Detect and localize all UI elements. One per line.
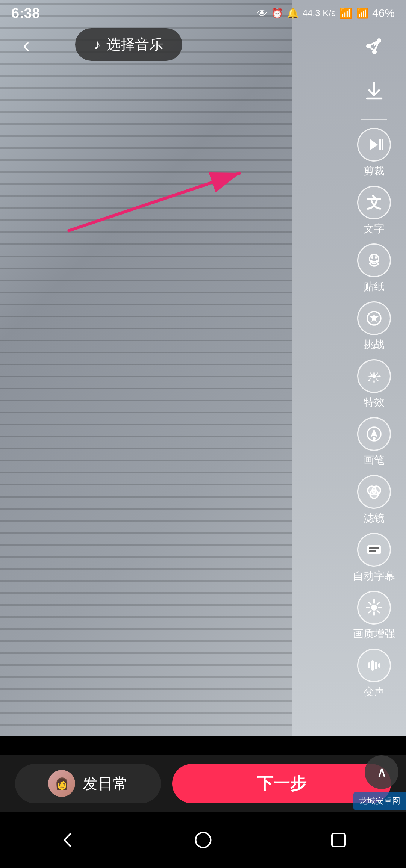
effect-icon [357,359,391,393]
daily-label: 发日常 [83,773,128,794]
status-bar: 6:38 👁 ⏰ 🔔 44.3 K/s 📶 📶 46% [0,0,406,26]
watermark-text: 龙城安卓网 [359,796,400,806]
next-label: 下一步 [257,773,306,795]
toolbar-item-trim[interactable]: 剪裁 [351,128,397,178]
nav-back-button[interactable] [53,825,83,855]
svg-point-14 [371,256,373,259]
back-button[interactable]: ‹ [11,30,41,60]
watermark: 龙城安卓网 [353,792,406,810]
challenge-label: 挑战 [364,337,385,352]
nav-home-button[interactable] [188,825,218,855]
svg-point-27 [371,605,377,611]
text-label: 文字 [364,222,385,236]
svg-rect-37 [368,662,370,668]
svg-point-41 [195,832,211,847]
share-icon [357,30,391,64]
signal-icon: 📶 [356,8,368,19]
toolbar-item-filter[interactable]: 滤镜 [351,475,397,525]
wall-background [0,0,292,736]
svg-marker-10 [370,139,378,150]
notification-icon: 🔔 [287,8,299,19]
brush-label: 画笔 [364,453,385,467]
trim-label: 剪裁 [364,164,385,178]
voice-label: 变声 [364,685,385,699]
svg-rect-38 [371,660,374,671]
svg-point-17 [372,374,376,378]
user-avatar: 👩 [48,770,75,797]
back-icon: ‹ [23,33,30,57]
voice-icon [357,649,391,682]
enhance-icon [357,591,391,625]
video-preview [0,0,406,736]
svg-line-34 [377,602,379,605]
system-nav-bar [0,812,406,868]
svg-rect-11 [379,139,381,150]
toolbar-item-text[interactable]: 文 文字 [351,186,397,236]
svg-marker-19 [371,429,377,437]
alarm-icon: ⏰ [271,8,283,19]
music-note-icon: ♪ [94,37,101,53]
network-speed: 44.3 K/s [303,8,336,18]
bottom-bar: 👩 发日常 下一步 [0,755,406,812]
svg-rect-39 [375,662,377,669]
sticker-icon [357,243,391,277]
status-icons: 👁 ⏰ 🔔 44.3 K/s 📶 📶 46% [257,7,395,20]
toolbar-item-effect[interactable]: 特效 [351,359,397,410]
sticker-label: 贴纸 [364,280,385,294]
status-time: 6:38 [11,5,40,21]
collapse-icon: ∧ [376,764,387,781]
filter-label: 滤镜 [364,511,385,525]
subtitle-icon [357,533,391,567]
collapse-button[interactable]: ∧ [365,755,398,789]
svg-point-15 [375,256,377,259]
svg-rect-26 [369,550,376,552]
svg-rect-25 [369,547,379,549]
toolbar-item-enhance[interactable]: 画质增强 [351,591,397,641]
toolbar-item-challenge[interactable]: 挑战 [351,301,397,352]
svg-line-32 [369,602,371,605]
svg-rect-42 [332,833,345,847]
svg-line-33 [377,611,379,613]
download-icon [357,74,391,107]
toolbar-item-voice[interactable]: 变声 [351,649,397,699]
svg-rect-12 [382,139,383,150]
toolbar-divider [361,119,387,120]
trim-icon [357,128,391,162]
subtitle-label: 自动字幕 [353,569,395,583]
svg-line-35 [369,611,371,613]
text-icon: 文 [357,186,391,219]
right-toolbar: 剪裁 文 文字 贴纸 挑战 [350,30,398,706]
svg-point-20 [373,437,376,440]
daily-button[interactable]: 👩 发日常 [15,764,161,803]
music-select-button[interactable]: ♪ 选择音乐 [75,28,182,61]
toolbar-item-download[interactable] [351,74,397,110]
wifi-icon: 📶 [339,7,353,20]
toolbar-item-share[interactable] [351,30,397,66]
brush-icon [357,417,391,451]
svg-rect-40 [378,663,380,668]
battery-level: 46% [372,7,395,20]
effect-label: 特效 [364,395,385,410]
toolbar-item-brush[interactable]: 画笔 [351,417,397,467]
music-select-label: 选择音乐 [106,35,164,54]
filter-icon [357,475,391,509]
eye-icon: 👁 [257,7,267,20]
challenge-icon [357,301,391,335]
toolbar-item-sticker[interactable]: 贴纸 [351,243,397,294]
svg-rect-24 [367,545,381,554]
toolbar-item-subtitle[interactable]: 自动字幕 [351,533,397,583]
nav-recent-button[interactable] [323,825,353,855]
svg-point-23 [370,490,378,498]
enhance-label: 画质增强 [353,627,395,641]
